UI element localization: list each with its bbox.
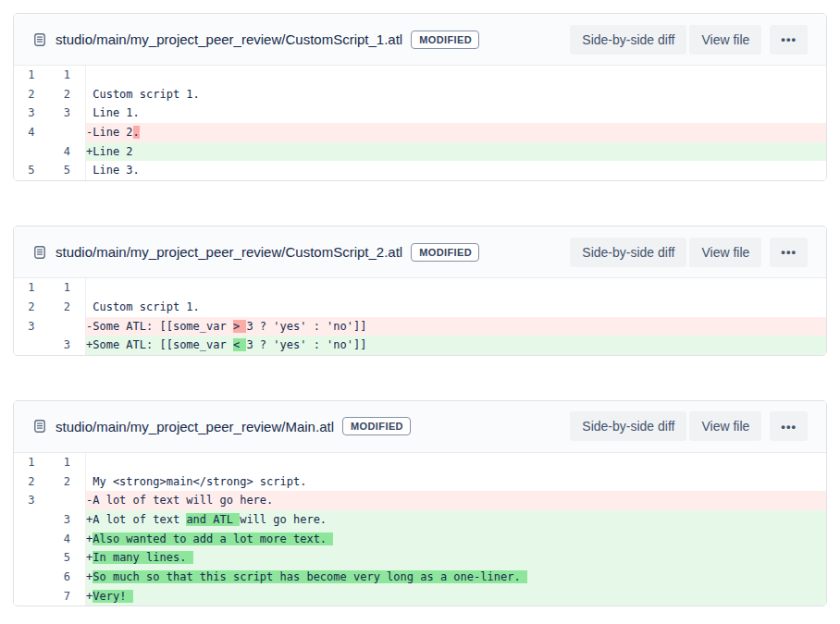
new-line-number <box>50 491 86 510</box>
diff-row: 22 My <strong>main</strong> script. <box>14 472 826 492</box>
diff-row: 5+In many lines. <box>14 548 826 568</box>
old-line-number <box>14 142 50 162</box>
code-line: +Some ATL: [[some_var < 3 ? 'yes' : 'no'… <box>85 336 826 355</box>
view-file-button[interactable]: View file <box>689 238 761 267</box>
file-icon <box>32 32 47 47</box>
code-line <box>85 66 826 85</box>
file-actions: Side-by-side diff View file ••• <box>570 25 808 55</box>
file-diff-panel: studio/main/my_project_peer_review/Custo… <box>13 13 827 181</box>
file-diff-header: studio/main/my_project_peer_review/Custo… <box>14 14 826 66</box>
diff-row: 22 Custom script 1. <box>14 85 826 104</box>
diff-row: 3-A lot of text will go here. <box>14 491 826 510</box>
new-line-number: 4 <box>50 142 86 162</box>
diff-row: 33 Line 1. <box>14 104 826 123</box>
new-line-number: 6 <box>50 568 86 587</box>
view-file-button[interactable]: View file <box>689 25 761 55</box>
diff-body: 1122 My <strong>main</strong> script.3-A… <box>14 453 826 606</box>
status-badge-modified: MODIFIED <box>411 31 479 49</box>
diff-row: 4-Line 2. <box>14 123 826 142</box>
diff-body: 1122 Custom script 1.33 Line 1.4-Line 2.… <box>14 66 826 180</box>
old-line-number: 1 <box>14 66 50 85</box>
code-line: -Some ATL: [[some_var > 3 ? 'yes' : 'no'… <box>85 317 826 336</box>
diff-row: 22 Custom script 1. <box>14 298 826 317</box>
new-line-number: 1 <box>50 278 86 298</box>
view-file-button[interactable]: View file <box>689 411 761 441</box>
old-line-number <box>14 568 50 587</box>
code-line: +So much so that this script has become … <box>85 568 826 587</box>
old-line-number <box>14 336 50 355</box>
diff-row: 4+Also wanted to add a lot more text. <box>14 530 826 549</box>
diff-row: 4+Line 2 <box>14 142 826 162</box>
new-line-number: 3 <box>50 104 86 123</box>
side-by-side-diff-button[interactable]: Side-by-side diff <box>570 238 686 267</box>
diff-row: 3+A lot of text and ATL will go here. <box>14 510 826 530</box>
status-badge-modified: MODIFIED <box>342 417 411 435</box>
code-line: My <strong>main</strong> script. <box>85 472 826 492</box>
diff-row: 11 <box>14 453 826 472</box>
status-badge-modified: MODIFIED <box>411 243 479 262</box>
diff-row: 7+Very! <box>14 587 826 606</box>
more-options-button[interactable]: ••• <box>770 25 808 55</box>
code-line <box>85 278 826 298</box>
new-line-number: 4 <box>50 530 86 549</box>
diff-row: 6+So much so that this script has become… <box>14 568 826 587</box>
more-options-button[interactable]: ••• <box>770 238 808 267</box>
code-line: +Very! <box>85 587 826 606</box>
diff-row: 3+Some ATL: [[some_var < 3 ? 'yes' : 'no… <box>14 336 826 355</box>
old-line-number <box>14 587 50 606</box>
code-line: -A lot of text will go here. <box>85 491 826 510</box>
file-actions: Side-by-side diff View file ••• <box>570 411 808 441</box>
file-diff-panel: studio/main/my_project_peer_review/Main.… <box>13 400 827 607</box>
more-options-button[interactable]: ••• <box>770 411 808 441</box>
diff-file-list: studio/main/my_project_peer_review/Custo… <box>13 13 827 606</box>
old-line-number: 3 <box>14 104 50 123</box>
new-line-number: 3 <box>50 510 86 530</box>
old-line-number: 1 <box>14 453 50 472</box>
code-line: +Line 2 <box>85 142 826 162</box>
code-line: +A lot of text and ATL will go here. <box>85 510 826 530</box>
diff-row: 3-Some ATL: [[some_var > 3 ? 'yes' : 'no… <box>14 317 826 336</box>
side-by-side-diff-button[interactable]: Side-by-side diff <box>570 25 686 55</box>
file-diff-header: studio/main/my_project_peer_review/Main.… <box>14 401 826 453</box>
old-line-number <box>14 548 50 568</box>
old-line-number: 3 <box>14 491 50 510</box>
code-line: Custom script 1. <box>85 298 826 317</box>
file-actions: Side-by-side diff View file ••• <box>570 238 808 267</box>
new-line-number: 2 <box>50 472 86 492</box>
new-line-number: 3 <box>50 336 86 355</box>
file-icon <box>32 245 47 260</box>
file-diff-panel: studio/main/my_project_peer_review/Custo… <box>13 226 827 356</box>
old-line-number: 2 <box>14 472 50 492</box>
code-line: +Also wanted to add a lot more text. <box>85 530 826 549</box>
old-line-number <box>14 510 50 530</box>
new-line-number <box>50 317 86 336</box>
file-diff-header: studio/main/my_project_peer_review/Custo… <box>14 226 826 278</box>
code-line <box>85 453 826 472</box>
diff-body: 1122 Custom script 1.3-Some ATL: [[some_… <box>14 278 826 355</box>
diff-row: 55 Line 3. <box>14 161 826 180</box>
new-line-number <box>50 123 86 142</box>
code-line: Line 3. <box>85 161 826 180</box>
code-line: Line 1. <box>85 104 826 123</box>
old-line-number: 2 <box>14 298 50 317</box>
file-path: studio/main/my_project_peer_review/Custo… <box>56 244 402 260</box>
old-line-number: 3 <box>14 317 50 336</box>
file-path: studio/main/my_project_peer_review/Custo… <box>56 31 402 47</box>
code-line: +In many lines. <box>85 548 826 568</box>
old-line-number: 5 <box>14 161 50 180</box>
code-line: Custom script 1. <box>85 85 826 104</box>
side-by-side-diff-button[interactable]: Side-by-side diff <box>570 411 686 441</box>
new-line-number: 1 <box>50 66 86 85</box>
file-path: studio/main/my_project_peer_review/Main.… <box>56 419 334 434</box>
new-line-number: 2 <box>50 298 86 317</box>
file-icon <box>32 419 47 434</box>
new-line-number: 7 <box>50 587 86 606</box>
old-line-number: 1 <box>14 278 50 298</box>
new-line-number: 5 <box>50 548 86 568</box>
diff-row: 11 <box>14 66 826 85</box>
old-line-number <box>14 530 50 549</box>
new-line-number: 2 <box>50 85 86 104</box>
code-line: -Line 2. <box>85 123 826 142</box>
old-line-number: 4 <box>14 123 50 142</box>
old-line-number: 2 <box>14 85 50 104</box>
